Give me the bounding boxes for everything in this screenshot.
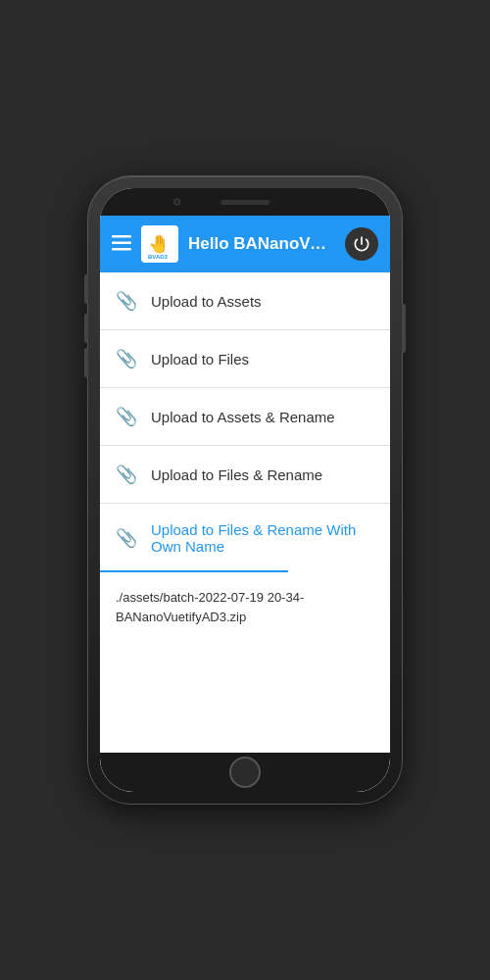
svg-text:BVAD3: BVAD3 [148,254,169,260]
list-item-upload-assets[interactable]: 📎 Upload to Assets [100,272,390,330]
clip-icon-2: 📎 [116,348,137,369]
phone-outer: 🤚 BVAD3 Hello BANanoVue... 📎 Upload to A… [88,176,402,804]
app-header: 🤚 BVAD3 Hello BANanoVue... [100,216,390,272]
list-item-upload-files[interactable]: 📎 Upload to Files [100,330,390,388]
camera-dot [173,199,180,206]
list-item-upload-assets-rename[interactable]: 📎 Upload to Assets & Rename [100,388,390,446]
phone-top-bar [100,188,390,216]
item-label-upload-assets: Upload to Assets [151,293,262,310]
app-content: 📎 Upload to Assets 📎 Upload to Files 📎 U… [100,272,390,753]
home-button[interactable] [229,757,261,788]
clip-icon-5: 📎 [116,527,137,549]
list-item-upload-files-rename[interactable]: 📎 Upload to Files & Rename [100,446,390,504]
item-label-upload-files: Upload to Files [151,351,249,368]
svg-rect-1 [112,241,131,244]
clip-icon-3: 📎 [116,406,137,427]
item-label-upload-files-rename-own: Upload to Files & Rename With Own Name [151,521,374,555]
svg-text:🤚: 🤚 [148,233,171,255]
output-text: ./assets/batch-2022-07-19 20-34-BANanoVu… [100,572,390,636]
clip-icon-4: 📎 [116,464,137,485]
power-button[interactable] [345,227,378,261]
progress-line [100,570,288,572]
list-item-upload-files-rename-own[interactable]: 📎 Upload to Files & Rename With Own Name [100,504,390,572]
phone-bottom [100,753,390,792]
phone-screen: 🤚 BVAD3 Hello BANanoVue... 📎 Upload to A… [100,188,390,792]
svg-rect-2 [112,248,131,251]
svg-rect-0 [112,235,131,238]
app-title: Hello BANanoVue... [188,234,335,254]
hamburger-icon[interactable] [112,235,131,254]
item-label-upload-files-rename: Upload to Files & Rename [151,466,322,483]
item-label-upload-assets-rename: Upload to Assets & Rename [151,409,335,425]
logo-box: 🤚 BVAD3 [141,225,178,263]
speaker [220,200,270,205]
clip-icon-1: 📎 [116,290,137,312]
